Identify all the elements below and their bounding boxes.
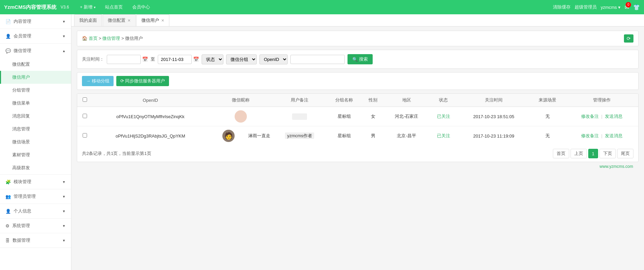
group-select[interactable]: 微信分组	[226, 54, 257, 64]
follow-time-label: 关注时间：	[82, 56, 104, 62]
breadcrumb-wechat-manage[interactable]: 微信管理	[102, 36, 120, 41]
tab-label: 微信配置	[108, 17, 125, 23]
breadcrumb-current: 微信用户	[125, 36, 143, 41]
start-date-input[interactable]	[107, 55, 141, 64]
sidebar-group-header-member[interactable]: 👤 会员管理 ▼	[0, 29, 71, 43]
top-nav: YzmCMS内容管理系统 V3.6 + 新增 ▾ 站点首页 会员中心 清除缓存 …	[0, 0, 644, 14]
sidebar-item-msg-manage[interactable]: 消息管理	[0, 123, 71, 136]
sidebar-group-header-content[interactable]: 📄 内容管理 ▼	[0, 14, 71, 29]
sidebar-item-wechat-user[interactable]: 微信用户	[0, 71, 71, 84]
col-group: 分组名称	[326, 94, 362, 107]
chevron-down-icon: ▼	[62, 34, 66, 38]
chevron-down-icon: ▾	[618, 5, 621, 10]
clear-cache-button[interactable]: 清除缓存	[553, 4, 571, 10]
main-content: 🏠 首页 > 微信管理 > 微信用户 ⟳ 关注时间： 📅 至	[71, 27, 644, 270]
select-all-checkbox[interactable]	[83, 97, 87, 102]
edit-remark-link[interactable]: 修改备注	[581, 133, 599, 138]
mail-badge: 0	[626, 2, 631, 7]
row-checkbox-0[interactable]	[83, 114, 87, 118]
col-gender: 性别	[362, 94, 384, 107]
top-right-info: 清除缓存 超级管理员 yzmcms ▾ ✉ 0 👕	[553, 4, 640, 11]
sidebar-group-header-module[interactable]: 🧩 模块管理 ▼	[0, 175, 71, 189]
search-button[interactable]: 🔍 搜索	[348, 54, 373, 64]
cell-actions: 修改备注 | 发送消息	[565, 107, 638, 126]
add-menu-button[interactable]: + 新增 ▾	[76, 2, 100, 12]
cell-remark: yzmcms作者	[273, 126, 326, 146]
sidebar-item-wechat-menu[interactable]: 微信菜单	[0, 97, 71, 110]
shirt-icon-button[interactable]: 👕	[633, 4, 640, 11]
cell-nickname: 🧑 淋雨一直走	[208, 126, 273, 146]
pagination-summary: 共2条记录，共1页，当前显示第1页	[82, 150, 151, 157]
col-source: 来源场景	[530, 94, 565, 107]
tab-close-button[interactable]: ✕	[161, 18, 164, 23]
users-table-container: OpenID 微信昵称 用户备注 分组名称 性别 地区 状态 关注时间 来源场景…	[77, 93, 639, 162]
first-page-button[interactable]: 首页	[553, 149, 569, 158]
group-icon: 🗄	[5, 238, 10, 243]
openid-input[interactable]	[290, 55, 345, 64]
sidebar-group-content: 📄 内容管理 ▼	[0, 14, 71, 29]
member-center-button[interactable]: 会员中心	[128, 2, 154, 12]
openid-select[interactable]: OpenID	[259, 54, 288, 64]
tab-label: 微信用户	[141, 17, 159, 23]
group-icon: 💬	[5, 48, 11, 53]
calendar-icon-start[interactable]: 📅	[142, 57, 148, 62]
shirt-icon: 👕	[633, 4, 640, 10]
sidebar-item-msg-reply[interactable]: 消息回复	[0, 110, 71, 123]
cell-region: 北京-昌平	[384, 126, 429, 146]
tab-close-button[interactable]: ✕	[128, 18, 131, 23]
tab-my-desk[interactable]: 我的桌面	[74, 14, 102, 26]
cell-status: 已关注	[429, 107, 458, 126]
end-date-input[interactable]	[158, 55, 192, 64]
sidebar-item-wechat-config[interactable]: 微信配置	[0, 58, 71, 71]
cell-source: 无	[530, 107, 565, 126]
tab-wechat-user-tab[interactable]: 微信用户✕	[136, 14, 169, 26]
to-label: 至	[151, 56, 155, 62]
prev-page-button[interactable]: 上页	[571, 149, 587, 158]
sidebar-group-profile: 👤 个人信息 ▼	[0, 204, 71, 219]
sidebar-group-system: ⚙ 系统管理 ▼	[0, 219, 71, 233]
sidebar-item-group-manage[interactable]: 分组管理	[0, 84, 71, 97]
cell-follow-time: 2017-10-23 18:51:05	[458, 107, 530, 126]
brand-name: YzmCMS内容管理系统	[4, 4, 56, 11]
site-home-button[interactable]: 站点首页	[101, 2, 127, 12]
chevron-down-icon: ▼	[62, 239, 66, 242]
row-checkbox-1[interactable]	[83, 133, 87, 138]
cell-nickname	[208, 107, 273, 126]
col-status: 状态	[429, 94, 458, 107]
col-remark: 用户备注	[273, 94, 326, 107]
group-icon: 👤	[5, 209, 11, 214]
search-bar: 关注时间： 📅 至 📅 状态 微信分组 OpenID	[77, 50, 639, 69]
cell-gender: 男	[362, 126, 384, 146]
cell-follow-time: 2017-10-23 11:19:09	[458, 126, 530, 146]
calendar-icon-end[interactable]: 📅	[193, 57, 199, 62]
users-table: OpenID 微信昵称 用户备注 分组名称 性别 地区 状态 关注时间 来源场景…	[77, 94, 638, 145]
send-message-link[interactable]: 发送消息	[605, 133, 623, 138]
edit-remark-link[interactable]: 修改备注	[581, 114, 599, 119]
cell-gender: 女	[362, 107, 384, 126]
sidebar-group-header-profile[interactable]: 👤 个人信息 ▼	[0, 204, 71, 218]
home-icon: 🏠	[82, 36, 87, 41]
status-select[interactable]: 状态	[202, 54, 223, 64]
sidebar-item-wechat-scene[interactable]: 微信场景	[0, 136, 71, 148]
sync-users-button[interactable]: ⟳ 同步微信服务器用户	[116, 76, 169, 86]
send-message-link[interactable]: 发送消息	[605, 114, 623, 119]
sidebar-group-wechat: 💬 微信管理 ▲ 微信配置微信用户分组管理微信菜单消息回复消息管理微信场景素材管…	[0, 44, 71, 175]
group-label: 内容管理	[14, 18, 31, 25]
next-page-button[interactable]: 下页	[599, 149, 616, 158]
breadcrumb-home[interactable]: 首页	[89, 36, 98, 41]
sidebar-group-header-system[interactable]: ⚙ 系统管理 ▼	[0, 219, 71, 233]
tab-wechat-config-tab[interactable]: 微信配置✕	[103, 14, 136, 26]
sidebar-group-header-admin[interactable]: 👥 管理员管理 ▼	[0, 189, 71, 204]
col-region: 地区	[384, 94, 429, 107]
sidebar-group-header-wechat[interactable]: 💬 微信管理 ▲	[0, 44, 71, 58]
sidebar-item-mass-send[interactable]: 高级群发	[0, 161, 71, 174]
current-page-button[interactable]: 1	[588, 149, 598, 158]
sidebar-item-material[interactable]: 素材管理	[0, 148, 71, 161]
move-group-button[interactable]: → 移动分组	[82, 76, 114, 86]
sidebar-group-header-data[interactable]: 🗄 数据管理 ▼	[0, 233, 71, 248]
refresh-button[interactable]: ⟳	[624, 34, 633, 43]
mail-button[interactable]: ✉ 0	[625, 4, 629, 11]
version-label: V3.6	[61, 5, 69, 10]
username-label: yzmcms ▾	[601, 5, 621, 10]
last-page-button[interactable]: 尾页	[617, 149, 633, 158]
